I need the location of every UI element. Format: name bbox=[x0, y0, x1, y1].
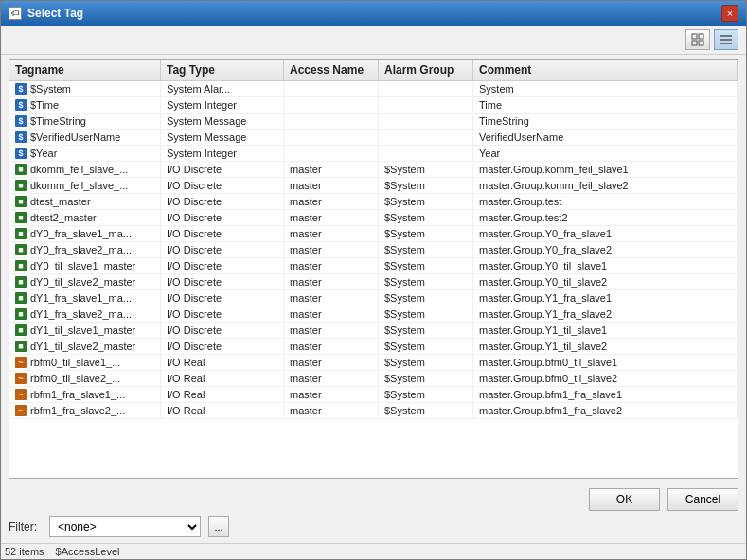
table-row[interactable]: $$TimeStringSystem MessageTimeString bbox=[9, 114, 738, 130]
cell-tagname: ■dY1_til_slave1_master bbox=[9, 323, 161, 338]
toolbar bbox=[1, 26, 746, 55]
cell-access: master bbox=[284, 387, 379, 402]
dialog-icon: 🏷 bbox=[9, 7, 22, 20]
table-row[interactable]: ■dkomm_feil_slave_...I/O Discretemaster$… bbox=[9, 178, 738, 194]
cell-tagtype: I/O Discrete bbox=[161, 226, 284, 241]
tagname-text: rbfm0_til_slave1_... bbox=[30, 357, 120, 368]
title-bar-left: 🏷 Select Tag bbox=[9, 7, 83, 20]
table-row[interactable]: ■dY1_fra_slave1_ma...I/O Discretemaster$… bbox=[9, 290, 738, 306]
cell-comment: System bbox=[473, 81, 738, 96]
cell-comment: master.Group.komm_feil_slave2 bbox=[473, 178, 738, 193]
table-row[interactable]: ■dkomm_feil_slave_...I/O Discretemaster$… bbox=[9, 162, 738, 178]
ok-button[interactable]: OK bbox=[589, 488, 660, 511]
tag-icon-green: ■ bbox=[15, 324, 27, 336]
tag-icon-green: ■ bbox=[15, 228, 27, 239]
cell-alarm bbox=[379, 114, 473, 129]
cell-access: master bbox=[284, 194, 379, 209]
cancel-button[interactable]: Cancel bbox=[667, 488, 738, 511]
table-row[interactable]: ~rbfm0_til_slave1_...I/O Realmaster$Syst… bbox=[9, 355, 738, 371]
cell-tagtype: I/O Discrete bbox=[161, 306, 284, 322]
cell-alarm: $System bbox=[379, 355, 473, 370]
filter-select[interactable]: <none> bbox=[49, 516, 201, 537]
cell-comment: master.Group.test2 bbox=[473, 210, 738, 225]
cell-access: master bbox=[284, 242, 379, 257]
cell-tagtype: I/O Discrete bbox=[161, 323, 284, 338]
cell-comment: master.Group.Y1_fra_slave2 bbox=[473, 306, 738, 322]
cell-tagtype: System Integer bbox=[161, 146, 284, 161]
tag-icon-blue: $ bbox=[15, 131, 27, 143]
cell-alarm bbox=[379, 130, 473, 145]
items-count: 52 items bbox=[5, 546, 44, 557]
svg-rect-1 bbox=[699, 34, 703, 39]
table-row[interactable]: $$SystemSystem Alar...System bbox=[9, 81, 738, 97]
cell-alarm bbox=[379, 97, 473, 113]
tag-icon-green: ■ bbox=[15, 180, 27, 191]
tagname-text: dY0_til_slave2_master bbox=[30, 276, 135, 288]
cell-tagname: ~rbfm1_fra_slave1_... bbox=[9, 387, 161, 402]
close-button[interactable]: × bbox=[721, 5, 738, 22]
table-row[interactable]: ■dtest2_masterI/O Discretemaster$Systemm… bbox=[9, 210, 738, 226]
cell-access: master bbox=[284, 210, 379, 225]
cell-tagname: ■dY1_fra_slave1_ma... bbox=[9, 290, 161, 306]
cell-comment: master.Group.Y1_til_slave2 bbox=[473, 339, 738, 354]
table-row[interactable]: $$VerifiedUserNameSystem MessageVerified… bbox=[9, 130, 738, 146]
cell-comment: master.Group.Y0_fra_slave2 bbox=[473, 242, 738, 257]
grid-view-button[interactable] bbox=[685, 29, 710, 50]
list-icon bbox=[720, 33, 733, 46]
cell-tagname: ■dY1_fra_slave2_ma... bbox=[9, 306, 161, 322]
bottom-area: OK Cancel Filter: <none> ... bbox=[1, 482, 746, 543]
cell-tagtype: I/O Real bbox=[161, 403, 284, 418]
cell-comment: master.Group.Y0_til_slave1 bbox=[473, 258, 738, 273]
filter-browse-button[interactable]: ... bbox=[208, 516, 229, 537]
table-row[interactable]: ■dY1_til_slave2_masterI/O Discretemaster… bbox=[9, 339, 738, 355]
tagname-text: $System bbox=[30, 83, 71, 95]
tagname-text: dY0_fra_slave1_ma... bbox=[30, 228, 132, 239]
table-row[interactable]: $$YearSystem IntegerYear bbox=[9, 146, 738, 162]
table-row[interactable]: ■dY1_til_slave1_masterI/O Discretemaster… bbox=[9, 323, 738, 339]
tagname-text: $Time bbox=[30, 99, 59, 111]
table-row[interactable]: ~rbfm0_til_slave2_...I/O Realmaster$Syst… bbox=[9, 371, 738, 387]
tag-icon-blue: $ bbox=[15, 83, 27, 95]
list-view-button[interactable] bbox=[714, 29, 738, 50]
table-row[interactable]: $$TimeSystem IntegerTime bbox=[9, 97, 738, 114]
table-row[interactable]: ■dY0_til_slave1_masterI/O Discretemaster… bbox=[9, 258, 738, 274]
col-accessname: Access Name bbox=[284, 60, 379, 80]
cell-tagtype: I/O Discrete bbox=[161, 258, 284, 273]
tag-icon-orange: ~ bbox=[15, 405, 27, 416]
table-row[interactable]: ■dY0_fra_slave2_ma...I/O Discretemaster$… bbox=[9, 242, 738, 258]
cell-access: master bbox=[284, 323, 379, 338]
table-row[interactable]: ■dtest_masterI/O Discretemaster$Systemma… bbox=[9, 194, 738, 210]
cell-alarm: $System bbox=[379, 178, 473, 193]
cell-alarm: $System bbox=[379, 258, 473, 273]
cell-alarm: $System bbox=[379, 162, 473, 177]
cell-tagtype: I/O Discrete bbox=[161, 274, 284, 289]
table-row[interactable]: ~rbfm1_fra_slave2_...I/O Realmaster$Syst… bbox=[9, 403, 738, 419]
button-row: OK Cancel bbox=[9, 488, 738, 511]
cell-alarm: $System bbox=[379, 339, 473, 354]
table-row[interactable]: ■dY0_til_slave2_masterI/O Discretemaster… bbox=[9, 274, 738, 290]
table-row[interactable]: ■dY0_fra_slave1_ma...I/O Discretemaster$… bbox=[9, 226, 738, 242]
tag-icon-blue: $ bbox=[15, 115, 27, 127]
cell-comment: Time bbox=[473, 97, 738, 113]
cell-tagname: ~rbfm1_fra_slave2_... bbox=[9, 403, 161, 418]
tag-icon-green: ■ bbox=[15, 212, 27, 223]
table-body[interactable]: $$SystemSystem Alar...System$$TimeSystem… bbox=[9, 81, 738, 477]
tag-icon-green: ■ bbox=[15, 244, 27, 255]
cell-tagtype: System Message bbox=[161, 130, 284, 145]
cell-tagtype: I/O Real bbox=[161, 387, 284, 402]
tagname-text: dY1_fra_slave1_ma... bbox=[30, 292, 132, 304]
cell-comment: master.Group.bfm1_fra_slave2 bbox=[473, 403, 738, 418]
cell-alarm: $System bbox=[379, 371, 473, 386]
tagname-text: dkomm_feil_slave_... bbox=[30, 180, 128, 191]
table-row[interactable]: ■dY1_fra_slave2_ma...I/O Discretemaster$… bbox=[9, 306, 738, 323]
cell-comment: master.Group.komm_feil_slave1 bbox=[473, 162, 738, 177]
tagname-text: $Year bbox=[30, 148, 57, 159]
cell-tagtype: I/O Discrete bbox=[161, 242, 284, 257]
cell-tagtype: I/O Discrete bbox=[161, 290, 284, 306]
col-tagname: Tagname bbox=[9, 60, 161, 80]
cell-tagname: $$Time bbox=[9, 97, 161, 113]
cell-access bbox=[284, 97, 379, 113]
cell-access: master bbox=[284, 371, 379, 386]
table-row[interactable]: ~rbfm1_fra_slave1_...I/O Realmaster$Syst… bbox=[9, 387, 738, 403]
cell-access: master bbox=[284, 162, 379, 177]
